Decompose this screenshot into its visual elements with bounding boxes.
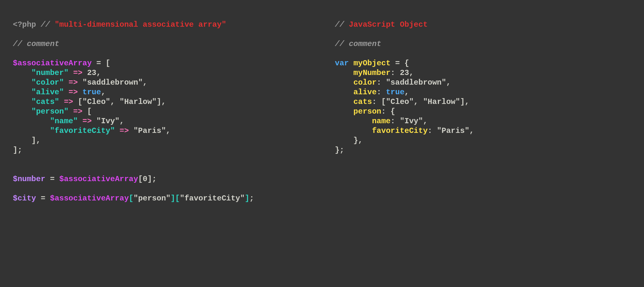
line-comment: comment [349,40,381,48]
value-color: "saddlebrown" [82,78,143,87]
keyword-var: var [335,59,349,68]
key-mynumber: myNumber [354,69,391,77]
value-favoritecity: "Paris" [133,126,166,135]
cat-2: "Harlow" [423,97,460,106]
var-number: $number [13,175,45,183]
cat-2: "Harlow" [119,97,156,106]
value-color: "saddlebrown" [386,78,446,87]
key-name: name [372,117,391,125]
value-name: "Ivy" [96,117,119,125]
key-person: "person" [32,107,69,116]
var-city: $city [13,194,36,203]
php-open-tag: <?php [13,20,36,29]
comment-marker: // [335,20,344,29]
key-color: "color" [32,78,64,87]
value-number: 23 [87,69,96,77]
index-favoritecity: "favoriteCity" [180,194,245,203]
key-person: person [354,107,381,116]
key-cats: cats [354,97,372,106]
php-code-pane: <?php // "multi-dimensional associative … [13,20,335,267]
key-alive: alive [354,88,377,97]
js-code-pane: // JavaScript Object // comment var myOb… [335,20,631,267]
value-name: "Ivy" [400,117,423,125]
var-associative-array: $associativeArray [13,59,92,68]
cat-1: "Cleo" [386,97,413,106]
cat-1: "Cleo" [82,97,110,106]
key-favoritecity: favoriteCity [372,126,428,135]
var-myobject: myObject [354,59,391,68]
index-person: "person" [133,194,170,203]
title-comment-text: JavaScript Object [349,20,428,29]
line-comment: comment [27,40,59,48]
comment-marker: // [13,40,22,48]
key-favoritecity: "favoriteCity" [50,126,115,135]
key-name: "name" [50,117,78,125]
value-alive: true [386,88,404,97]
code-comparison-container: <?php // "multi-dimensional associative … [0,0,644,287]
index-zero: [0] [138,175,152,183]
title-comment-text: "multi-dimensional associative array" [55,20,226,29]
comment-marker: // [335,40,344,48]
key-cats: "cats" [32,97,59,106]
key-number: "number" [32,69,69,77]
value-favoritecity: "Paris" [437,126,469,135]
comment-marker: // [41,20,50,29]
key-color: color [354,78,377,87]
value-alive: true [82,88,101,97]
value-number: 23 [400,69,409,77]
key-alive: "alive" [32,88,64,97]
